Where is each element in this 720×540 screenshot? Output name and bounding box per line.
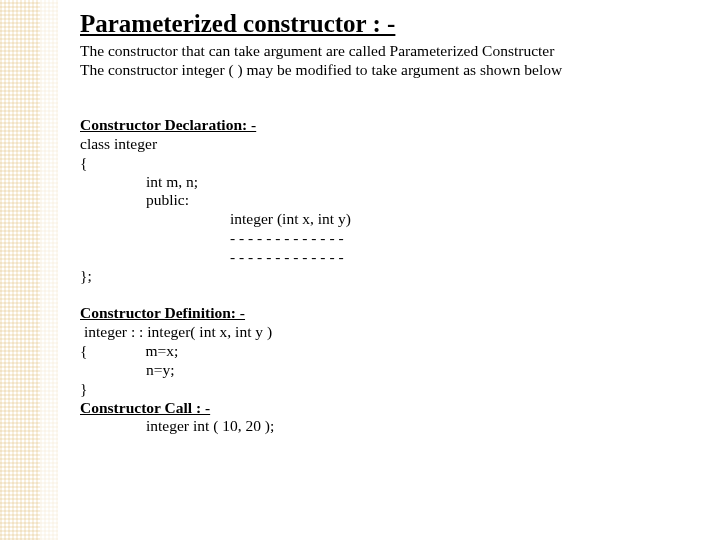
decl-line: integer (int x, int y) — [80, 210, 680, 229]
decorative-side-stripe — [0, 0, 40, 540]
definition-heading: Constructor Definition: - — [80, 304, 245, 321]
declaration-block: Constructor Declaration: - class integer… — [80, 116, 680, 286]
call-block: Constructor Call : - integer int ( 10, 2… — [80, 399, 680, 437]
call-heading: Constructor Call : - — [80, 399, 210, 416]
decl-line: int m, n; — [80, 173, 680, 192]
def-assign: m=x; — [145, 342, 178, 359]
decl-line: }; — [80, 267, 680, 286]
decl-line: - - - - - - - - - - - - - — [80, 229, 680, 248]
intro-block: The constructor that can take argument a… — [80, 42, 680, 80]
decl-line: - - - - - - - - - - - - - — [80, 248, 680, 267]
def-line: integer : : integer( int x, int y ) — [80, 323, 680, 342]
slide-content: Parameterized constructor : - The constr… — [80, 10, 680, 436]
decl-line: public: — [80, 191, 680, 210]
call-line: integer int ( 10, 20 ); — [80, 417, 680, 436]
intro-line-2: The constructor integer ( ) may be modif… — [80, 61, 680, 80]
page-title: Parameterized constructor : - — [80, 10, 680, 38]
def-line: n=y; — [80, 361, 680, 380]
def-brace: { — [80, 342, 87, 359]
def-line: } — [80, 380, 680, 399]
decl-line: { — [80, 154, 680, 173]
declaration-heading: Constructor Declaration: - — [80, 116, 256, 133]
decl-line: class integer — [80, 135, 680, 154]
def-line: {m=x; — [80, 342, 680, 361]
intro-line-1: The constructor that can take argument a… — [80, 42, 680, 61]
definition-block: Constructor Definition: - integer : : in… — [80, 304, 680, 399]
